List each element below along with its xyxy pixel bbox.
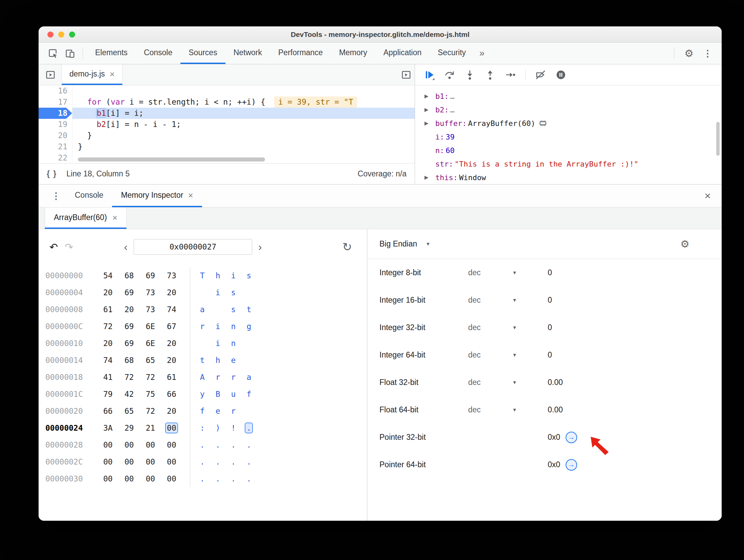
memory-byte[interactable]: 00	[145, 440, 156, 450]
scope-item[interactable]: .str: "This is a string in the ArrayBuff…	[415, 157, 722, 171]
line-number[interactable]: 18	[39, 108, 72, 119]
disclosure-triangle-icon[interactable]: ▶	[424, 93, 435, 99]
memory-byte[interactable]: 20	[102, 339, 114, 348]
memory-byte[interactable]: 20	[166, 288, 177, 297]
code-editor[interactable]: 16171819202122 for (var i = str.length; …	[39, 85, 415, 163]
memory-byte[interactable]: 21	[145, 423, 156, 433]
ascii-char[interactable]: .	[230, 457, 237, 467]
ascii-char[interactable]: A	[199, 372, 206, 382]
memory-chip-icon[interactable]	[539, 119, 547, 128]
format-icon[interactable]: { }	[47, 169, 57, 178]
memory-byte[interactable]: 00	[166, 474, 177, 483]
step-over-button[interactable]	[444, 69, 455, 80]
memory-byte[interactable]: 79	[102, 389, 114, 399]
memory-address-input[interactable]	[134, 239, 252, 255]
memory-byte[interactable]: 00	[102, 457, 114, 467]
memory-byte[interactable]: 29	[124, 423, 135, 433]
ascii-char[interactable]: n	[230, 322, 237, 331]
ascii-char[interactable]: .	[230, 440, 237, 450]
memory-byte[interactable]: 42	[124, 389, 135, 399]
memory-byte[interactable]: 00	[145, 474, 156, 483]
scope-item[interactable]: ▶buffer: ArrayBuffer(60)	[415, 116, 722, 130]
memory-byte[interactable]: 00	[124, 440, 135, 450]
memory-byte[interactable]: 69	[124, 288, 135, 297]
memory-byte[interactable]: 00	[102, 474, 114, 483]
ascii-char[interactable]	[245, 356, 252, 365]
value-mode-select[interactable]: dec▾	[468, 268, 548, 277]
ascii-char[interactable]	[199, 288, 206, 297]
memory-byte[interactable]: 72	[145, 406, 156, 416]
ascii-char[interactable]: t	[245, 305, 252, 314]
line-number[interactable]: 20	[39, 130, 72, 141]
ascii-char[interactable]: .	[199, 474, 206, 483]
ascii-char[interactable]: .	[215, 440, 221, 450]
line-number[interactable]: 22	[39, 152, 72, 163]
file-tab-demo-js[interactable]: demo-js.js ×	[62, 64, 123, 85]
ascii-char[interactable]: y	[199, 389, 206, 399]
buffer-tab-arraybuffer[interactable]: ArrayBuffer(60) ×	[45, 208, 127, 229]
scope-item[interactable]: .i: 39	[415, 130, 722, 144]
memory-byte[interactable]: 20	[166, 406, 177, 416]
drawer-tab-console[interactable]: Console	[66, 185, 112, 207]
ascii-char[interactable]: r	[230, 406, 237, 416]
ascii-char[interactable]: f	[245, 389, 252, 399]
memory-byte[interactable]: 00	[166, 423, 177, 433]
endianness-select[interactable]: Big Endian ▾	[379, 239, 430, 249]
ascii-char[interactable]: i	[215, 288, 221, 297]
memory-byte[interactable]: 68	[124, 271, 135, 280]
ascii-char[interactable]: .	[245, 474, 252, 483]
disclosure-triangle-icon[interactable]: ▶	[424, 107, 435, 113]
ascii-char[interactable]: e	[215, 406, 221, 416]
memory-byte[interactable]: 69	[124, 339, 135, 348]
memory-byte[interactable]: 73	[145, 288, 156, 297]
drawer-tab-memory-inspector[interactable]: Memory Inspector ×	[112, 185, 202, 207]
ascii-char[interactable]: i	[215, 339, 221, 348]
ascii-char[interactable]: .	[230, 474, 237, 483]
memory-byte[interactable]: 54	[102, 271, 114, 280]
tab-application[interactable]: Application	[375, 43, 430, 64]
disclosure-triangle-icon[interactable]: ▶	[424, 120, 435, 126]
ascii-char[interactable]	[245, 406, 252, 416]
ascii-char[interactable]: !	[230, 423, 237, 433]
inspect-icon[interactable]	[45, 48, 62, 59]
vertical-scrollbar[interactable]	[716, 122, 720, 156]
resume-button[interactable]	[424, 69, 435, 80]
ascii-char[interactable]: r	[199, 322, 206, 331]
memory-byte[interactable]: 68	[124, 356, 135, 365]
ascii-char[interactable]: .	[245, 423, 252, 433]
kebab-menu-icon[interactable]: ⋮	[700, 48, 716, 59]
ascii-char[interactable]	[215, 305, 221, 314]
line-number[interactable]: 16	[39, 85, 72, 96]
disclosure-triangle-icon[interactable]: ▶	[424, 174, 435, 180]
line-number[interactable]: 21	[39, 141, 72, 152]
tab-sources[interactable]: Sources	[180, 43, 225, 64]
navigator-toggle-icon[interactable]	[42, 70, 59, 80]
line-number[interactable]: 17	[39, 96, 72, 108]
ascii-char[interactable]: .	[199, 440, 206, 450]
drawer-close-icon[interactable]: ×	[701, 190, 714, 202]
ascii-char[interactable]: .	[245, 440, 252, 450]
deactivate-breakpoints-button[interactable]	[535, 69, 546, 80]
tab-security[interactable]: Security	[430, 43, 474, 64]
close-icon[interactable]: ×	[188, 191, 193, 200]
memory-byte[interactable]: 72	[145, 372, 156, 382]
ascii-char[interactable]: s	[230, 305, 237, 314]
interpreter-settings-gear-icon[interactable]: ⚙	[680, 238, 690, 250]
value-mode-select[interactable]: dec▾	[468, 405, 548, 414]
ascii-char[interactable]: :	[199, 423, 206, 433]
tab-elements[interactable]: Elements	[87, 43, 136, 64]
value-mode-select[interactable]: dec▾	[468, 378, 548, 387]
ascii-char[interactable]: s	[230, 288, 237, 297]
ascii-char[interactable]: .	[215, 457, 221, 467]
step-into-button[interactable]	[464, 69, 475, 80]
tab-performance[interactable]: Performance	[270, 43, 331, 64]
memory-byte[interactable]: 61	[166, 372, 177, 382]
memory-byte[interactable]: 69	[124, 322, 135, 331]
memory-byte[interactable]: 74	[102, 356, 114, 365]
memory-byte[interactable]: 61	[102, 305, 114, 314]
ascii-char[interactable]	[199, 339, 206, 348]
editor-overflow-icon[interactable]	[398, 70, 415, 80]
tab-network[interactable]: Network	[225, 43, 270, 64]
scope-item[interactable]: .n: 60	[415, 144, 722, 157]
ascii-char[interactable]: g	[245, 322, 252, 331]
